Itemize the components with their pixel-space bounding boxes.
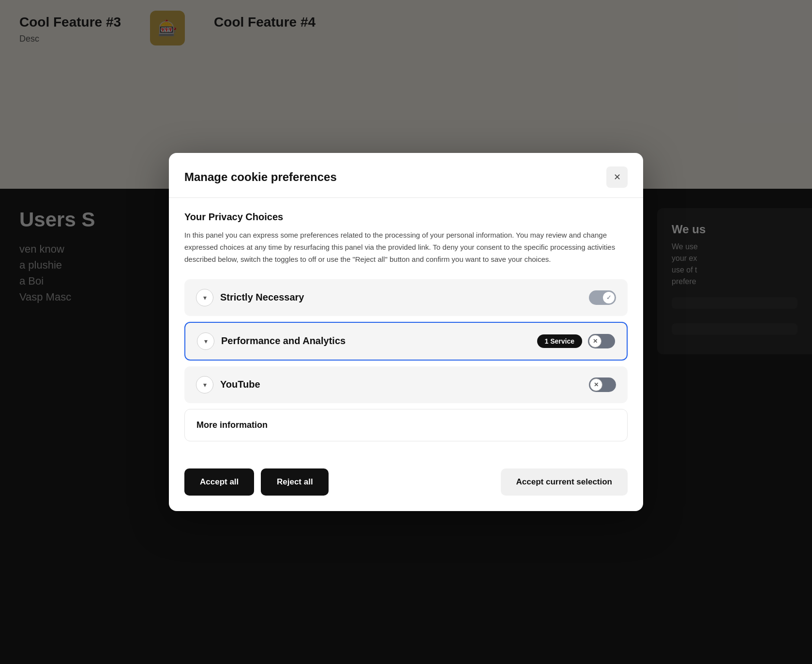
section-strictly-necessary-label: Strictly Necessary <box>220 292 304 303</box>
section-strictly-necessary-left: ▾ Strictly Necessary <box>196 289 304 306</box>
chevron-strictly-necessary[interactable]: ▾ <box>196 289 213 306</box>
cookie-modal: Manage cookie preferences ✕ Your Privacy… <box>169 153 643 511</box>
toggle-strictly-necessary[interactable]: ✓ <box>589 290 616 305</box>
section-performance-analytics-label: Performance and Analytics <box>221 335 346 347</box>
chevron-down-icon: ▾ <box>203 294 207 302</box>
section-youtube-left: ▾ YouTube <box>196 376 260 393</box>
section-youtube-right: ✕ <box>589 377 616 392</box>
section-youtube: ▾ YouTube ✕ <box>184 366 628 403</box>
toggle-youtube[interactable]: ✕ <box>589 377 616 392</box>
x-icon: ✕ <box>594 381 599 388</box>
privacy-title: Your Privacy Choices <box>184 211 628 223</box>
accept-all-button[interactable]: Accept all <box>184 468 254 496</box>
more-info-section: More information <box>184 409 628 441</box>
accept-selection-button[interactable]: Accept current selection <box>501 468 628 496</box>
section-performance-analytics: ▾ Performance and Analytics 1 Service ✕ <box>184 322 628 361</box>
modal-title: Manage cookie preferences <box>184 170 337 184</box>
chevron-down-icon: ▾ <box>204 337 208 345</box>
x-icon: ✕ <box>593 338 598 345</box>
privacy-desc: In this panel you can express some prefe… <box>184 229 628 265</box>
toggle-x-btn: ✕ <box>589 335 601 347</box>
section-strictly-necessary: ▾ Strictly Necessary ✓ <box>184 279 628 316</box>
toggle-performance-analytics[interactable]: ✕ <box>588 334 615 348</box>
chevron-down-icon: ▾ <box>203 381 207 389</box>
close-icon: ✕ <box>614 172 621 182</box>
modal-header: Manage cookie preferences ✕ <box>169 153 643 198</box>
service-badge: 1 Service <box>537 334 583 348</box>
close-button[interactable]: ✕ <box>606 166 628 188</box>
section-youtube-label: YouTube <box>220 379 260 390</box>
section-strictly-necessary-right: ✓ <box>589 290 616 305</box>
chevron-youtube[interactable]: ▾ <box>196 376 213 393</box>
chevron-performance-analytics[interactable]: ▾ <box>197 332 214 350</box>
check-icon: ✓ <box>606 294 612 301</box>
overlay: Manage cookie preferences ✕ Your Privacy… <box>0 0 812 664</box>
modal-footer: Accept all Reject all Accept current sel… <box>169 468 643 511</box>
reject-all-button[interactable]: Reject all <box>261 468 329 496</box>
toggle-x-btn: ✕ <box>590 378 602 391</box>
section-performance-analytics-left: ▾ Performance and Analytics <box>197 332 346 350</box>
modal-body: Your Privacy Choices In this panel you c… <box>169 198 643 468</box>
section-performance-analytics-right: 1 Service ✕ <box>537 334 616 348</box>
more-info-title: More information <box>196 420 268 430</box>
